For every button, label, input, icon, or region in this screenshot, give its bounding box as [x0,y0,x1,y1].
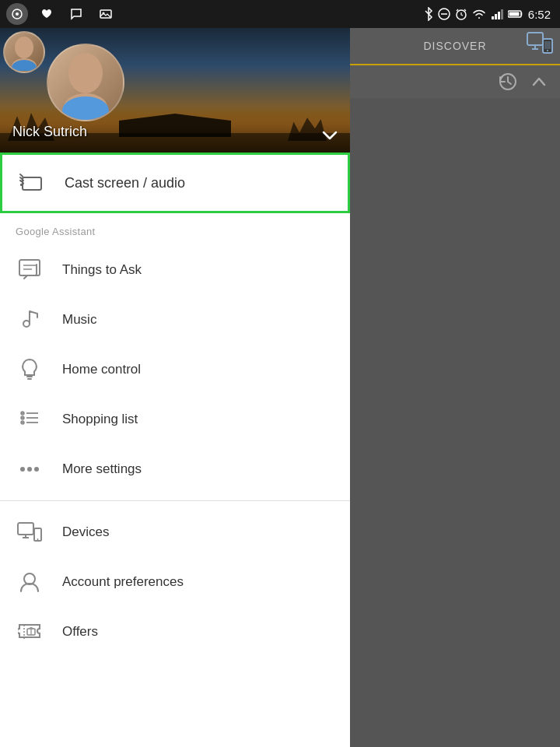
history-icon[interactable] [498,72,518,92]
google-assistant-section-label: Google Assistant [0,213,350,245]
menu-item-account-preferences[interactable]: Account preferences [0,557,350,607]
devices-status [526,31,554,54]
svg-rect-9 [498,12,500,19]
svg-point-1 [16,12,19,16]
avatar-large [47,44,124,121]
discover-label: DISCOVER [423,40,486,52]
music-label: Music [62,312,96,328]
minus-circle-icon [438,8,450,20]
signal-icon [491,9,503,19]
home-control-icon [16,356,44,384]
devices-icon [16,518,44,546]
svg-point-43 [20,467,25,472]
svg-point-51 [24,573,35,584]
app-icon-1 [6,3,28,25]
shopping-list-label: Shopping list [62,412,138,427]
right-panel: DISCOVER [350,28,560,747]
svg-rect-31 [26,376,33,377]
svg-point-19 [547,50,548,51]
things-to-ask-icon [16,256,44,284]
svg-point-44 [27,467,32,472]
music-icon [16,306,44,334]
shopping-list-icon [16,405,44,433]
drawer: Nick Sutrich Cast screen / audio Google … [0,28,350,747]
svg-rect-12 [509,12,519,16]
notification-icons [6,3,117,25]
menu-item-devices[interactable]: Devices [0,507,350,557]
offers-label: Offers [62,624,98,640]
user-dropdown-arrow[interactable] [322,131,338,140]
svg-rect-26 [23,177,41,190]
battery-icon [508,9,523,19]
avatar-small [3,31,45,73]
svg-point-50 [37,538,39,540]
things-to-ask-label: Things to Ask [62,262,142,278]
status-bar-right: 6:52 [424,7,551,21]
more-settings-label: More settings [62,461,142,477]
drawer-header[interactable]: Nick Sutrich [0,28,350,153]
account-preferences-label: Account preferences [62,574,184,590]
offers-icon [16,618,44,646]
menu-item-shopping-list[interactable]: Shopping list [0,395,350,444]
menu-item-music[interactable]: Music [0,295,350,345]
menu-divider [0,500,350,501]
svg-rect-8 [495,14,497,19]
cast-icon [18,169,46,197]
svg-rect-10 [501,9,503,19]
cast-screen-item[interactable]: Cast screen / audio [0,153,350,213]
svg-rect-7 [492,16,494,19]
svg-rect-46 [18,523,33,535]
svg-point-23 [68,53,103,93]
wifi-icon [472,9,486,19]
svg-rect-14 [527,33,543,45]
bluetooth-icon [424,7,433,21]
chevron-up-icon[interactable] [530,73,548,90]
right-toolbar [350,65,560,98]
app-icon-4 [95,3,117,25]
app-icon-3 [65,3,87,25]
menu-item-home-control[interactable]: Home control [0,345,350,395]
menu-item-things-to-ask[interactable]: Things to Ask [0,245,350,295]
menu-item-more-settings[interactable]: More settings [0,444,350,494]
app-icon-2 [36,3,58,25]
account-icon [16,568,44,596]
home-control-label: Home control [62,362,141,377]
right-content [350,98,560,747]
svg-rect-27 [20,184,23,186]
svg-point-20 [15,37,33,58]
more-settings-icon [16,455,44,483]
status-bar: 6:52 [0,0,560,28]
svg-rect-32 [27,378,32,380]
svg-point-45 [34,467,39,472]
menu-item-offers[interactable]: Offers [0,607,350,657]
devices-label: Devices [62,524,109,540]
alarm-icon [455,8,467,20]
svg-rect-18 [544,41,551,49]
user-name: Nick Sutrich [12,124,87,140]
clock-time: 6:52 [528,8,551,21]
cast-item-label: Cast screen / audio [65,175,185,191]
